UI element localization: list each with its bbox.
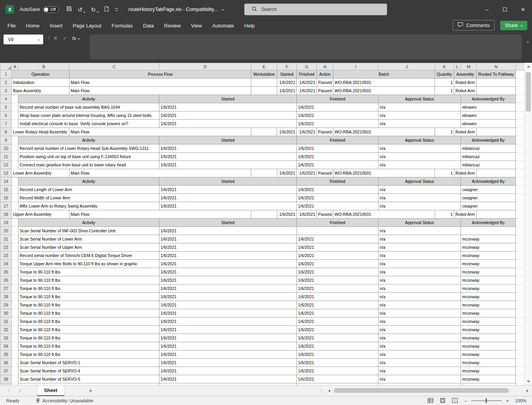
cell[interactable] (516, 293, 525, 301)
cell[interactable] (516, 78, 525, 87)
cell[interactable]: Acknowledged By (461, 136, 516, 144)
undo-button[interactable]: ↺ (78, 7, 86, 13)
collapse-formula-bar-button[interactable] (527, 38, 528, 45)
cell[interactable] (12, 219, 18, 227)
cell[interactable] (516, 161, 525, 169)
col-header-K[interactable]: K (435, 63, 454, 70)
cell[interactable] (251, 87, 277, 95)
col-header-L[interactable]: L (454, 63, 461, 70)
cell[interactable]: Upper Arm Assembly (12, 210, 69, 219)
cell[interactable]: 1 (435, 128, 454, 136)
tab-file[interactable]: File (2, 19, 21, 32)
zoom-slider[interactable] (471, 400, 502, 401)
cell[interactable]: 1/6/2021 (297, 153, 378, 161)
cell[interactable]: 1/6/2021 (297, 120, 378, 128)
cell[interactable] (516, 210, 525, 219)
cell[interactable]: Lower Rotary Head Assembly (12, 128, 69, 136)
title-dropdown-chevron-icon[interactable] (221, 8, 224, 11)
scroll-down-button[interactable] (525, 378, 532, 385)
cell[interactable]: Approval Status (378, 219, 461, 227)
cell[interactable]: 1/6/2021 (159, 334, 297, 342)
cell[interactable]: 1/6/2021 (159, 359, 297, 367)
cell[interactable]: Activity (18, 95, 159, 103)
cell[interactable]: mconway (461, 317, 516, 326)
cell[interactable]: 1/6/2021 (297, 161, 378, 169)
col-header-E[interactable]: E (251, 63, 277, 70)
cell[interactable] (516, 243, 525, 252)
cell[interactable]: n/a (378, 144, 461, 153)
comments-button[interactable]: Comments (453, 20, 494, 31)
cell[interactable]: n/a (378, 260, 461, 268)
col-header-M[interactable]: M (461, 63, 477, 70)
cell[interactable]: Passed (317, 169, 333, 177)
cell[interactable] (12, 293, 18, 301)
cell[interactable]: 1/6/2021 (159, 276, 297, 285)
row-header-24[interactable]: 24 (0, 260, 12, 268)
name-box[interactable]: V8 (4, 35, 43, 44)
cell[interactable]: Record serial number of Lower Rotary Hea… (18, 144, 159, 153)
cell[interactable] (516, 177, 525, 186)
cell[interactable]: mconway (461, 285, 516, 293)
cell[interactable]: 1/6/2021 (159, 153, 297, 161)
cell[interactable]: Activity (18, 177, 159, 186)
cell[interactable] (516, 301, 525, 309)
cell[interactable]: n/a (378, 227, 461, 235)
cell[interactable]: n/a (378, 367, 461, 375)
cell[interactable] (516, 276, 525, 285)
cell[interactable]: n/a (378, 111, 461, 120)
cell[interactable]: mconway (461, 375, 516, 383)
cell[interactable]: mconway (461, 276, 516, 285)
cell[interactable] (12, 326, 18, 334)
cell[interactable]: Routed To Pathway (477, 70, 516, 78)
vertical-scrollbar[interactable] (524, 63, 532, 385)
cell[interactable]: n/a (378, 293, 461, 301)
cell[interactable]: Main Flow (69, 169, 251, 177)
close-button[interactable]: ✕ (514, 0, 532, 19)
cell[interactable]: mconway (461, 367, 516, 375)
cell[interactable]: Torque to 90-110 ft lbs (18, 293, 159, 301)
cell[interactable]: Record Width of Lower Arm (18, 194, 159, 202)
cell[interactable]: 1/6/2021 (159, 252, 297, 260)
cell[interactable]: Robot Arm (454, 210, 477, 219)
row-header-5[interactable]: 5 (0, 103, 12, 111)
cell[interactable]: n/a (378, 268, 461, 276)
cell[interactable]: Acknowledged By (461, 219, 516, 227)
cell[interactable]: Record serial number of base sub assembl… (18, 103, 159, 111)
cell[interactable]: Main Flow (69, 78, 251, 87)
accessibility-status[interactable]: Accessibility: Unavailable (36, 398, 93, 404)
cell[interactable]: 1/6/2021 (297, 128, 317, 136)
normal-view-button[interactable] (428, 398, 433, 404)
cell[interactable] (516, 70, 525, 78)
cell[interactable]: 1/6/2021 (159, 111, 297, 120)
cell[interactable]: 1/6/2021 (159, 342, 297, 350)
cell[interactable]: 1/6/2021 (297, 350, 378, 359)
row-header-11[interactable]: 11 (0, 153, 12, 161)
cell[interactable] (516, 95, 525, 103)
cell[interactable]: 1/6/2021 (297, 285, 378, 293)
cell[interactable]: 1/6/2021 (297, 293, 378, 301)
cell[interactable]: Wrap base cover plate around internal ho… (18, 111, 159, 120)
col-header-C[interactable]: C (69, 63, 159, 70)
cell[interactable]: Started (159, 219, 297, 227)
cell[interactable] (516, 268, 525, 276)
cell[interactable]: Finished (297, 95, 378, 103)
tab-view[interactable]: View (186, 19, 207, 32)
cell[interactable] (477, 128, 516, 136)
tab-home[interactable]: Home (21, 19, 45, 32)
cell[interactable] (516, 227, 525, 235)
cell[interactable] (12, 153, 18, 161)
row-header-2[interactable]: 2 (0, 78, 12, 87)
cell[interactable]: 1/6/2021 (159, 202, 297, 210)
cell[interactable] (516, 136, 525, 144)
cell[interactable]: Torque to 90-110 ft lbs (18, 334, 159, 342)
cell[interactable]: n/a (378, 153, 461, 161)
cell[interactable]: 1 (435, 87, 454, 95)
cell[interactable]: 1/6/2021 (297, 309, 378, 317)
cell[interactable]: 1/6/2021 (297, 326, 378, 334)
cell[interactable]: Torque to 90-110 ft lbs (18, 276, 159, 285)
cell[interactable]: mconway (461, 243, 516, 252)
cell[interactable]: Record Length of Lower Arm (18, 186, 159, 194)
cell[interactable]: mconway (461, 350, 516, 359)
zoom-out-button[interactable]: – (464, 398, 467, 403)
cell[interactable]: 1/6/2021 (159, 301, 297, 309)
